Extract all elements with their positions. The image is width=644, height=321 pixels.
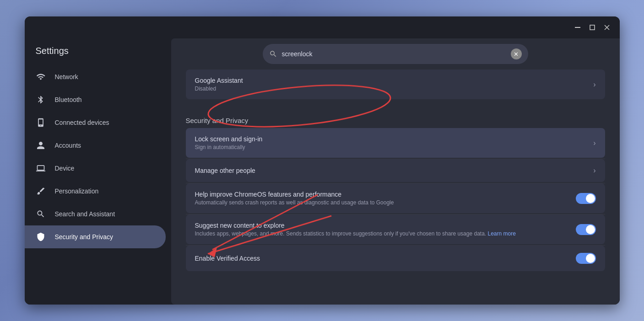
settings-section-search-assistant: Google Assistant Disabled › (171, 70, 620, 109)
sidebar-item-search-and-assistant-label: Search and Assistant (55, 210, 115, 218)
bluetooth-icon (36, 95, 46, 105)
sidebar-item-personalization-label: Personalization (55, 187, 99, 195)
suggest-new-content-info: Suggest new content to explore Includes … (195, 222, 576, 237)
google-assistant-subtitle: Disabled (195, 86, 588, 92)
person-icon (36, 140, 46, 150)
help-improve-chromeos-subtitle: Automatically sends crash reports as wel… (195, 199, 576, 206)
enable-verified-access-row[interactable]: Enable Verified Access (186, 246, 605, 271)
minimize-button[interactable] (572, 22, 583, 33)
sidebar-item-bluetooth[interactable]: Bluetooth (25, 88, 166, 111)
wifi-icon (36, 72, 46, 82)
search-clear-button[interactable]: ✕ (511, 48, 522, 59)
lock-screen-info: Lock screen and sign-in Sign in automati… (195, 135, 588, 150)
close-button[interactable] (601, 22, 612, 33)
sidebar-item-security-and-privacy-label: Security and Privacy (55, 233, 114, 241)
learn-more-link[interactable]: Learn more (488, 230, 516, 237)
sidebar-item-network-label: Network (55, 73, 78, 80)
search-input[interactable] (282, 50, 506, 58)
lock-screen-chevron: › (593, 139, 595, 147)
sidebar-item-security-and-privacy[interactable]: Security and Privacy (25, 225, 166, 248)
search-bar: ✕ (263, 44, 528, 64)
titlebar-buttons (572, 22, 612, 33)
google-assistant-chevron: › (593, 80, 595, 89)
suggest-new-content-title: Suggest new content to explore (195, 222, 576, 229)
svg-rect-0 (575, 27, 580, 28)
sidebar-item-device[interactable]: Device (25, 157, 166, 180)
sidebar-item-network[interactable]: Network (25, 65, 166, 88)
content-area: Settings Network Bluetooth Con (25, 38, 620, 305)
help-improve-chromeos-info: Help improve ChromeOS features and perfo… (195, 191, 576, 206)
main-wrapper: ✕ Google Assistant Disabled › Sec (171, 38, 620, 305)
sidebar: Settings Network Bluetooth Con (25, 38, 171, 305)
svg-rect-1 (590, 25, 595, 30)
main-content: ✕ Google Assistant Disabled › Sec (171, 38, 620, 305)
enable-verified-access-info: Enable Verified Access (195, 255, 576, 262)
enable-verified-access-toggle[interactable] (576, 253, 596, 264)
maximize-button[interactable] (587, 22, 598, 33)
lock-screen-row[interactable]: Lock screen and sign-in Sign in automati… (186, 128, 605, 158)
sidebar-item-search-and-assistant[interactable]: Search and Assistant (25, 203, 166, 225)
sidebar-item-personalization[interactable]: Personalization (25, 180, 166, 203)
manage-other-people-info: Manage other people (195, 167, 588, 174)
settings-section-security: Security and Privacy Lock screen and sig… (171, 109, 620, 281)
suggest-new-content-toggle[interactable] (576, 224, 596, 235)
suggest-new-content-subtitle: Includes apps, webpages, and more. Sends… (195, 230, 576, 237)
sidebar-item-device-label: Device (55, 165, 75, 172)
manage-other-people-chevron: › (593, 166, 595, 175)
sidebar-item-connected-devices-label: Connected devices (55, 119, 109, 126)
manage-other-people-title: Manage other people (195, 167, 588, 174)
lock-screen-title: Lock screen and sign-in (195, 135, 588, 143)
help-improve-toggle[interactable] (576, 193, 596, 204)
shield-icon (36, 232, 46, 242)
titlebar (25, 16, 620, 38)
manage-other-people-row[interactable]: Manage other people › (186, 159, 605, 182)
lock-screen-subtitle: Sign in automatically (195, 144, 588, 150)
sidebar-title: Settings (25, 38, 171, 65)
search-nav-icon (36, 209, 46, 219)
search-bar-container: ✕ (171, 38, 620, 70)
sidebar-item-accounts[interactable]: Accounts (25, 134, 166, 157)
search-icon (269, 50, 277, 58)
google-assistant-info: Google Assistant Disabled (195, 77, 588, 92)
sidebar-item-accounts-label: Accounts (55, 142, 81, 149)
security-section-header: Security and Privacy (186, 109, 605, 128)
google-assistant-title: Google Assistant (195, 77, 588, 84)
google-assistant-row[interactable]: Google Assistant Disabled › (186, 70, 605, 99)
settings-window: Settings Network Bluetooth Con (25, 16, 620, 305)
sidebar-item-connected-devices[interactable]: Connected devices (25, 111, 166, 134)
brush-icon (36, 186, 46, 196)
sidebar-item-bluetooth-label: Bluetooth (55, 96, 82, 103)
help-improve-chromeos-title: Help improve ChromeOS features and perfo… (195, 191, 576, 198)
help-improve-chromeos-row[interactable]: Help improve ChromeOS features and perfo… (186, 183, 605, 213)
laptop-icon (36, 163, 46, 173)
tablet-icon (36, 118, 46, 128)
suggest-new-content-row[interactable]: Suggest new content to explore Includes … (186, 214, 605, 244)
enable-verified-access-title: Enable Verified Access (195, 255, 576, 262)
